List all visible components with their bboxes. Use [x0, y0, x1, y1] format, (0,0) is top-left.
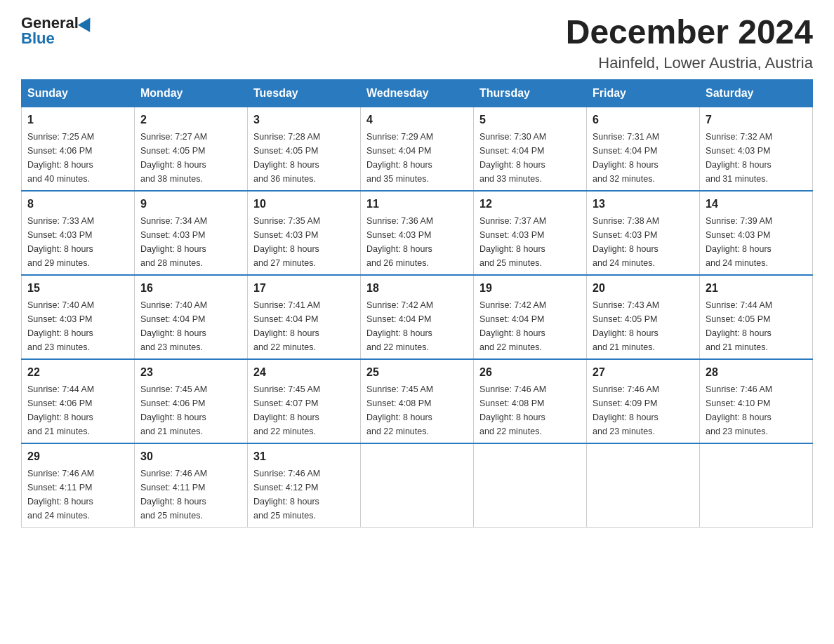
- day-number: 31: [253, 448, 355, 465]
- calendar-day-cell: 24Sunrise: 7:45 AMSunset: 4:07 PMDayligh…: [248, 359, 361, 443]
- day-info: Sunrise: 7:46 AMSunset: 4:11 PMDaylight:…: [140, 467, 241, 523]
- day-number: 21: [706, 280, 807, 297]
- day-info: Sunrise: 7:30 AMSunset: 4:04 PMDaylight:…: [479, 130, 581, 186]
- day-number: 4: [366, 112, 468, 128]
- day-number: 6: [593, 112, 694, 128]
- day-number: 16: [140, 280, 241, 297]
- calendar-day-cell: 20Sunrise: 7:43 AMSunset: 4:05 PMDayligh…: [587, 275, 700, 359]
- calendar-day-cell: 7Sunrise: 7:32 AMSunset: 4:03 PMDaylight…: [700, 107, 813, 191]
- calendar-day-cell: 26Sunrise: 7:46 AMSunset: 4:08 PMDayligh…: [474, 359, 587, 443]
- day-info: Sunrise: 7:46 AMSunset: 4:09 PMDaylight:…: [593, 382, 694, 438]
- day-info: Sunrise: 7:44 AMSunset: 4:06 PMDaylight:…: [27, 382, 128, 438]
- day-info: Sunrise: 7:29 AMSunset: 4:04 PMDaylight:…: [366, 130, 468, 186]
- calendar-day-cell: 13Sunrise: 7:38 AMSunset: 4:03 PMDayligh…: [587, 191, 700, 275]
- calendar-day-cell: 12Sunrise: 7:37 AMSunset: 4:03 PMDayligh…: [474, 191, 587, 275]
- day-number: 9: [140, 196, 241, 213]
- calendar-week-row: 22Sunrise: 7:44 AMSunset: 4:06 PMDayligh…: [22, 359, 813, 443]
- calendar-day-cell: 23Sunrise: 7:45 AMSunset: 4:06 PMDayligh…: [135, 359, 248, 443]
- calendar-day-cell: [700, 443, 813, 528]
- day-number: 18: [366, 280, 468, 297]
- day-number: 20: [593, 280, 694, 297]
- calendar-day-cell: 29Sunrise: 7:46 AMSunset: 4:11 PMDayligh…: [22, 443, 135, 528]
- day-number: 27: [593, 364, 694, 381]
- day-info: Sunrise: 7:46 AMSunset: 4:08 PMDaylight:…: [479, 382, 581, 438]
- calendar-table: SundayMondayTuesdayWednesdayThursdayFrid…: [21, 79, 813, 528]
- calendar-day-cell: 5Sunrise: 7:30 AMSunset: 4:04 PMDaylight…: [474, 107, 587, 191]
- calendar-day-cell: 11Sunrise: 7:36 AMSunset: 4:03 PMDayligh…: [361, 191, 474, 275]
- weekday-header-monday: Monday: [135, 79, 248, 107]
- day-number: 7: [706, 112, 807, 128]
- day-number: 15: [27, 280, 128, 297]
- calendar-day-cell: 8Sunrise: 7:33 AMSunset: 4:03 PMDaylight…: [22, 191, 135, 275]
- logo-triangle-icon: [78, 14, 96, 32]
- day-info: Sunrise: 7:25 AMSunset: 4:06 PMDaylight:…: [27, 130, 128, 186]
- calendar-day-cell: 2Sunrise: 7:27 AMSunset: 4:05 PMDaylight…: [135, 107, 248, 191]
- weekday-header-thursday: Thursday: [474, 79, 587, 107]
- calendar-day-cell: 15Sunrise: 7:40 AMSunset: 4:03 PMDayligh…: [22, 275, 135, 359]
- day-info: Sunrise: 7:41 AMSunset: 4:04 PMDaylight:…: [253, 298, 355, 354]
- day-info: Sunrise: 7:27 AMSunset: 4:05 PMDaylight:…: [140, 130, 241, 186]
- day-info: Sunrise: 7:46 AMSunset: 4:10 PMDaylight:…: [706, 382, 807, 438]
- day-number: 14: [706, 196, 807, 213]
- weekday-header-wednesday: Wednesday: [361, 79, 474, 107]
- day-number: 8: [27, 196, 128, 213]
- weekday-header-friday: Friday: [587, 79, 700, 107]
- day-info: Sunrise: 7:46 AMSunset: 4:11 PMDaylight:…: [27, 467, 128, 523]
- calendar-day-cell: 31Sunrise: 7:46 AMSunset: 4:12 PMDayligh…: [248, 443, 361, 528]
- logo-blue-text: Blue: [21, 29, 55, 48]
- day-number: 29: [27, 448, 128, 465]
- month-title: December 2024: [566, 14, 813, 51]
- calendar-day-cell: 28Sunrise: 7:46 AMSunset: 4:10 PMDayligh…: [700, 359, 813, 443]
- day-number: 26: [479, 364, 581, 381]
- calendar-day-cell: 19Sunrise: 7:42 AMSunset: 4:04 PMDayligh…: [474, 275, 587, 359]
- day-number: 10: [253, 196, 355, 213]
- day-number: 30: [140, 448, 241, 465]
- calendar-week-row: 1Sunrise: 7:25 AMSunset: 4:06 PMDaylight…: [22, 107, 813, 191]
- day-number: 17: [253, 280, 355, 297]
- day-info: Sunrise: 7:34 AMSunset: 4:03 PMDaylight:…: [140, 214, 241, 270]
- day-info: Sunrise: 7:37 AMSunset: 4:03 PMDaylight:…: [479, 214, 581, 270]
- day-number: 28: [706, 364, 807, 381]
- logo: General Blue: [21, 14, 95, 48]
- calendar-day-cell: 22Sunrise: 7:44 AMSunset: 4:06 PMDayligh…: [22, 359, 135, 443]
- day-info: Sunrise: 7:38 AMSunset: 4:03 PMDaylight:…: [593, 214, 694, 270]
- calendar-day-cell: 14Sunrise: 7:39 AMSunset: 4:03 PMDayligh…: [700, 191, 813, 275]
- calendar-day-cell: 10Sunrise: 7:35 AMSunset: 4:03 PMDayligh…: [248, 191, 361, 275]
- day-number: 11: [366, 196, 468, 213]
- day-number: 19: [479, 280, 581, 297]
- day-info: Sunrise: 7:28 AMSunset: 4:05 PMDaylight:…: [253, 130, 355, 186]
- calendar-day-cell: 25Sunrise: 7:45 AMSunset: 4:08 PMDayligh…: [361, 359, 474, 443]
- day-number: 12: [479, 196, 581, 213]
- day-info: Sunrise: 7:33 AMSunset: 4:03 PMDaylight:…: [27, 214, 128, 270]
- day-info: Sunrise: 7:40 AMSunset: 4:04 PMDaylight:…: [140, 298, 241, 354]
- day-info: Sunrise: 7:44 AMSunset: 4:05 PMDaylight:…: [706, 298, 807, 354]
- calendar-day-cell: 4Sunrise: 7:29 AMSunset: 4:04 PMDaylight…: [361, 107, 474, 191]
- calendar-day-cell: [587, 443, 700, 528]
- calendar-week-row: 15Sunrise: 7:40 AMSunset: 4:03 PMDayligh…: [22, 275, 813, 359]
- location-title: Hainfeld, Lower Austria, Austria: [566, 54, 813, 72]
- title-area: December 2024 Hainfeld, Lower Austria, A…: [566, 14, 813, 72]
- day-number: 22: [27, 364, 128, 381]
- day-number: 13: [593, 196, 694, 213]
- day-number: 3: [253, 112, 355, 128]
- day-number: 5: [479, 112, 581, 128]
- calendar-week-row: 8Sunrise: 7:33 AMSunset: 4:03 PMDaylight…: [22, 191, 813, 275]
- calendar-week-row: 29Sunrise: 7:46 AMSunset: 4:11 PMDayligh…: [22, 443, 813, 528]
- day-info: Sunrise: 7:43 AMSunset: 4:05 PMDaylight:…: [593, 298, 694, 354]
- calendar-day-cell: 16Sunrise: 7:40 AMSunset: 4:04 PMDayligh…: [135, 275, 248, 359]
- day-info: Sunrise: 7:45 AMSunset: 4:08 PMDaylight:…: [366, 382, 468, 438]
- calendar-day-cell: 21Sunrise: 7:44 AMSunset: 4:05 PMDayligh…: [700, 275, 813, 359]
- day-info: Sunrise: 7:40 AMSunset: 4:03 PMDaylight:…: [27, 298, 128, 354]
- day-info: Sunrise: 7:46 AMSunset: 4:12 PMDaylight:…: [253, 467, 355, 523]
- day-info: Sunrise: 7:39 AMSunset: 4:03 PMDaylight:…: [706, 214, 807, 270]
- calendar-day-cell: 30Sunrise: 7:46 AMSunset: 4:11 PMDayligh…: [135, 443, 248, 528]
- day-info: Sunrise: 7:35 AMSunset: 4:03 PMDaylight:…: [253, 214, 355, 270]
- calendar-day-cell: 17Sunrise: 7:41 AMSunset: 4:04 PMDayligh…: [248, 275, 361, 359]
- weekday-header-row: SundayMondayTuesdayWednesdayThursdayFrid…: [22, 79, 813, 107]
- calendar-day-cell: 9Sunrise: 7:34 AMSunset: 4:03 PMDaylight…: [135, 191, 248, 275]
- calendar-day-cell: [361, 443, 474, 528]
- day-number: 25: [366, 364, 468, 381]
- day-info: Sunrise: 7:45 AMSunset: 4:06 PMDaylight:…: [140, 382, 241, 438]
- day-info: Sunrise: 7:32 AMSunset: 4:03 PMDaylight:…: [706, 130, 807, 186]
- weekday-header-saturday: Saturday: [700, 79, 813, 107]
